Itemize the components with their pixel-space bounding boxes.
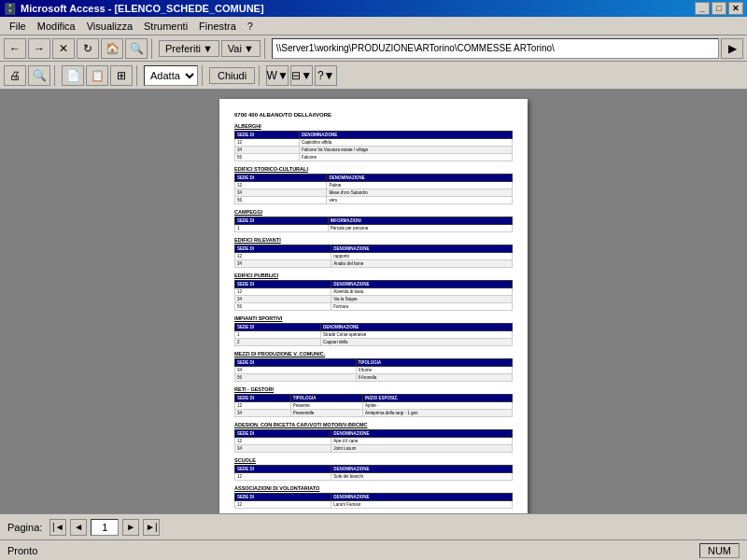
table-header: INFORMAZIONI (328, 217, 512, 225)
close-button[interactable]: ✕ (728, 2, 743, 15)
table-row: 2Cappari della (235, 339, 513, 346)
table-cell: rapporto (331, 253, 513, 260)
section-table: SEDE DIDENOMINAZIONE12Azienda di baita34… (234, 280, 513, 311)
doc-section: ASSOCIAZIONI DI VOLONTARIATOSEDE DIDENOM… (234, 485, 513, 509)
table-header: SEDE DI (235, 324, 321, 331)
next-page-button[interactable]: ► (122, 519, 139, 536)
chiudi-button[interactable]: Chiudi (209, 67, 255, 84)
table-cell: Capitolino affida (300, 139, 513, 147)
menu-finestra[interactable]: Finestra (193, 19, 242, 34)
go-button[interactable]: ▶ (721, 38, 743, 59)
menu-help[interactable]: ? (242, 19, 259, 34)
doc-section: CAMPEGGISEDE DIINFORMAZIONI1Percale per … (234, 209, 513, 232)
zoom-button[interactable]: 🔍 (28, 65, 50, 86)
table-row: 12Larum Fanoso (235, 501, 513, 509)
section-table: SEDE DIDENOMINAZIONE12Sole dei bianchi (234, 465, 513, 481)
search-button[interactable]: 🔍 (125, 38, 148, 59)
table-cell: 56 (235, 374, 357, 382)
stop-button[interactable]: ✕ (52, 38, 75, 59)
vai-chevron: ▼ (244, 43, 254, 54)
favorites-button[interactable]: Preferiti ▼ (159, 40, 219, 57)
prev-page-button[interactable]: ◄ (70, 519, 87, 536)
table-cell: Strade Corse operative (321, 331, 513, 339)
table-header: DENOMINAZIONE (331, 430, 513, 438)
table-header: DENOMINAZIONE (331, 494, 513, 501)
table-cell: 12 (235, 253, 331, 260)
minimize-button[interactable]: _ (695, 2, 710, 15)
table-cell: Palme (327, 182, 513, 189)
table-cell: vers (327, 197, 513, 204)
section-table: SEDE DIDENOMINAZIONE12Capitolino affida3… (234, 131, 513, 161)
section-table: SEDE DIDENOMINAZIONE12Larum Fanoso (234, 493, 513, 509)
table-header: TIPOLOGIA (356, 359, 512, 367)
table-cell: 12 (235, 288, 331, 296)
section-table: SEDE DIDENOMINAZIONE12Palme34Mese d'oro … (234, 174, 513, 204)
doc-section: IMPIANTI SPORTIVISEDE DIDENOMINAZIONE1St… (234, 315, 513, 346)
table-cell: Falcone Va Vacanza estate / village (300, 147, 513, 154)
table-row: 12Sole dei bianchi (235, 473, 513, 481)
home-button[interactable]: 🏠 (101, 38, 123, 59)
document-page: 0700 400 ALBANO/TO DELLA/IVORE ALBERGHIS… (219, 99, 528, 513)
table-row: 34PresentelleAnteprima della targi - 1 g… (235, 410, 513, 417)
table-cell: Larum Fanoso (331, 501, 513, 509)
table-header: INIZIO ESPOSIZ. (363, 395, 513, 402)
favorites-chevron: ▼ (203, 43, 213, 54)
table-row: 34Joint Lasum (235, 445, 513, 453)
vai-label: Vai (228, 43, 242, 54)
document-header: 0700 400 ALBANO/TO DELLA/IVORE (234, 112, 513, 118)
table-header: SEDE DI (235, 245, 331, 253)
separator2 (264, 38, 268, 59)
doc-section: EDIFICI RILEVANTISEDE DIDENOMINAZIONE12r… (234, 237, 513, 268)
table-cell: 56 (235, 197, 327, 204)
menu-file[interactable]: File (4, 19, 32, 34)
table-row: 1Percale per persone (235, 225, 513, 232)
section-title: ASSOCIAZIONI DI VOLONTARIATO (234, 485, 513, 491)
section-title: MEZZI DI PRODUZIONE V. COMUNIC. (234, 351, 513, 357)
table-header: DENOMINAZIONE (331, 245, 513, 253)
multi-page-button[interactable]: ⊞ (110, 65, 133, 86)
table-cell: Cappari della (321, 339, 513, 346)
table-header: DENOMINAZIONE (327, 175, 513, 182)
back-button[interactable]: ← (4, 38, 26, 59)
maximize-button[interactable]: □ (712, 2, 726, 15)
separator (151, 38, 155, 59)
zoom-select[interactable]: Adatta (144, 65, 198, 86)
menu-modifica[interactable]: Modifica (32, 19, 81, 34)
table-header: SEDE DI (235, 175, 327, 182)
section-title: ALBERGHI (234, 123, 513, 129)
table-cell: Joint Lasum (331, 445, 513, 453)
one-page-button[interactable]: 📄 (62, 65, 84, 86)
table-button[interactable]: ⊟▼ (290, 65, 313, 86)
table-cell: 34 (235, 147, 300, 154)
page-navigation-toolbar: Pagina: |◄ ◄ ► ►| (0, 513, 747, 539)
table-cell: Ape d il cane (331, 438, 513, 445)
title-bar: 🗄️ Microsoft Access - [ELENCO_SCHEDE_COM… (0, 0, 747, 17)
table-header: SEDE DI (235, 430, 331, 438)
table-cell: Falcone (300, 154, 513, 161)
table-header: DENOMINAZIONE (321, 324, 513, 331)
table-cell: 34 (235, 410, 291, 417)
table-cell: Anteprima della targi - 1 gen (363, 410, 513, 417)
office-button[interactable]: W▼ (266, 65, 289, 86)
section-table: SEDE DIDENOMINAZIONE12rapporto34Analisi … (234, 245, 513, 268)
page-number-input[interactable] (91, 519, 119, 536)
menu-strumenti[interactable]: Strumenti (138, 19, 193, 34)
table-cell: Il Aronella (356, 374, 512, 382)
table-header: SEDE DI (235, 466, 331, 473)
two-page-button[interactable]: 📋 (86, 65, 108, 86)
table-cell: Via la Seppe (331, 296, 513, 303)
last-page-button[interactable]: ►| (143, 519, 160, 536)
first-page-button[interactable]: |◄ (49, 519, 66, 536)
doc-section: SCUOLESEDE DIDENOMINAZIONE12Sole dei bia… (234, 457, 513, 481)
menu-visualizza[interactable]: Visualizza (81, 19, 138, 34)
address-bar[interactable]: \\Server1\working\PRODUZIONE\ARTorino\CO… (272, 38, 719, 59)
refresh-button[interactable]: ↻ (77, 38, 99, 59)
help-button[interactable]: ?▼ (315, 65, 337, 86)
table-cell: Azienda di baita (331, 288, 513, 296)
table-row: 34Falcone Va Vacanza estate / village (235, 147, 513, 154)
vai-button[interactable]: Vai ▼ (221, 40, 261, 57)
table-row: 12Palme (235, 182, 513, 189)
table-cell: 12 (235, 402, 291, 410)
print-button[interactable]: 🖨 (4, 65, 26, 86)
forward-button[interactable]: → (28, 38, 50, 59)
